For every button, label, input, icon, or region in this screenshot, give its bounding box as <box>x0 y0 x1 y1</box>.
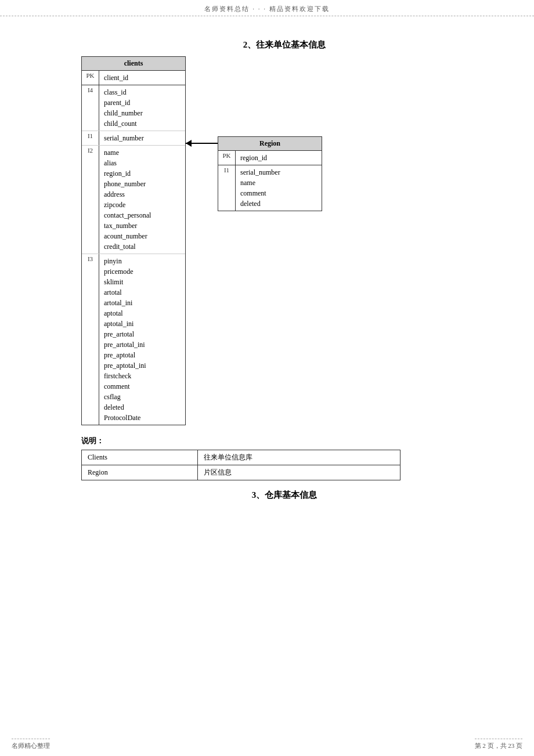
diagram-area: clients PK client_id I4 class_id parent_… <box>46 56 488 425</box>
explanation-clients-desc: 往来单位信息库 <box>198 450 400 465</box>
region-i1-fields: serial_number name comment deleted <box>236 165 285 211</box>
page-content: 2、往来单位基本信息 clients PK client_id I4 class… <box>0 16 534 524</box>
arrow-region-container: Region PK region_id I1 serial_number nam… <box>186 136 322 211</box>
field-artotal: artotal <box>104 287 146 298</box>
clients-i4-key: I4 <box>82 85 99 131</box>
section2-title: 2、往来单位基本信息 <box>81 39 488 50</box>
field-class_id: class_id <box>104 87 143 97</box>
clients-pk-fields: client_id <box>99 71 133 85</box>
field-deleted: deleted <box>104 402 146 413</box>
explanation-row-region: Region 片区信息 <box>82 465 400 480</box>
field-parent_id: parent_id <box>104 97 143 108</box>
field-region_id: region_id <box>104 168 151 179</box>
region-table-header: Region <box>218 137 322 151</box>
field-pre_aptotal_ini: pre_aptotal_ini <box>104 360 146 371</box>
clients-i1-row: I1 serial_number <box>82 131 185 146</box>
region-pk-fields: region_id <box>236 151 272 165</box>
clients-i4-fields: class_id parent_id child_number child_co… <box>99 85 147 131</box>
field-serial_number: serial_number <box>104 133 144 143</box>
clients-i2-row: I2 name alias region_id phone_number add… <box>82 146 185 254</box>
page-header: 名师资料总结 · · · 精品资料欢迎下载 <box>0 0 534 16</box>
region-pk-field: region_id <box>240 153 267 163</box>
field-artotal_ini: artotal_ini <box>104 298 146 308</box>
field-csflag: csflag <box>104 392 146 402</box>
footer-left: 名师精心整理 <box>12 739 50 750</box>
clients-i3-key: I3 <box>82 254 99 425</box>
field-phone_number: phone_number <box>104 179 151 189</box>
explanation-table: Clients 往来单位信息库 Region 片区信息 <box>81 450 400 480</box>
explanation-region-desc: 片区信息 <box>198 465 400 480</box>
clients-i1-key: I1 <box>82 131 99 145</box>
region-i1-row: I1 serial_number name comment deleted <box>218 165 322 211</box>
page-footer: 名师精心整理 第 2 页，共 23 页 <box>0 739 534 750</box>
field-pre_artotal_ini: pre_artotal_ini <box>104 339 146 350</box>
section3-title: 3、仓库基本信息 <box>81 490 488 501</box>
field-firstcheck: firstcheck <box>104 371 146 381</box>
field-zipcode: zipcode <box>104 200 151 210</box>
explanation-row-clients: Clients 往来单位信息库 <box>82 450 400 465</box>
clients-table: clients PK client_id I4 class_id parent_… <box>81 56 186 425</box>
clients-table-header: clients <box>82 57 185 71</box>
explanation-region-name: Region <box>82 465 198 480</box>
field-credit_total: credit_total <box>104 241 151 252</box>
region-i1-key: I1 <box>218 165 236 211</box>
field-pricemode: pricemode <box>104 266 146 277</box>
field-aptotal_ini: aptotal_ini <box>104 319 146 329</box>
field-pinyin: pinyin <box>104 256 146 266</box>
region-pk-row: PK region_id <box>218 151 322 165</box>
clients-pk-field: client_id <box>104 73 128 83</box>
clients-i4-row: I4 class_id parent_id child_number child… <box>82 85 185 131</box>
field-tax_number: tax_number <box>104 220 151 231</box>
field-sklimit: sklimit <box>104 277 146 287</box>
field-contact_personal: contact_personal <box>104 210 151 220</box>
region-field-name: name <box>240 178 280 188</box>
field-ProtocolDate: ProtocolDate <box>104 413 146 423</box>
clients-pk-row: PK client_id <box>82 71 185 85</box>
clients-pk-key: PK <box>82 71 99 85</box>
clients-i1-fields: serial_number <box>99 131 149 145</box>
region-field-serial_number: serial_number <box>240 167 280 178</box>
field-aptotal: aptotal <box>104 308 146 319</box>
clients-i2-fields: name alias region_id phone_number addres… <box>99 146 156 254</box>
arrowhead-left <box>186 140 192 147</box>
field-child_number: child_number <box>104 108 143 118</box>
explanation-title: 说明： <box>81 436 488 446</box>
region-field-comment: comment <box>240 188 280 198</box>
header-text: 名师资料总结 · · · 精品资料欢迎下载 <box>204 5 329 12</box>
field-name: name <box>104 147 151 158</box>
field-alias: alias <box>104 158 151 168</box>
arrow-line <box>186 143 218 144</box>
field-pre_artotal: pre_artotal <box>104 329 146 339</box>
clients-i2-key: I2 <box>82 146 99 254</box>
field-pre_aptotal: pre_aptotal <box>104 350 146 360</box>
field-address: address <box>104 189 151 200</box>
region-pk-key: PK <box>218 151 236 165</box>
arrow-container <box>186 136 218 150</box>
region-table: Region PK region_id I1 serial_number nam… <box>218 136 322 211</box>
explanation-section: 说明： Clients 往来单位信息库 Region 片区信息 <box>81 436 488 480</box>
field-child_count: child_count <box>104 118 143 129</box>
field-comment: comment <box>104 381 146 392</box>
footer-right: 第 2 页，共 23 页 <box>475 739 523 750</box>
explanation-clients-name: Clients <box>82 450 198 465</box>
field-acount_number: acount_number <box>104 231 151 241</box>
clients-i3-row: I3 pinyin pricemode sklimit artotal arto… <box>82 254 185 425</box>
clients-i3-fields: pinyin pricemode sklimit artotal artotal… <box>99 254 151 425</box>
region-field-deleted: deleted <box>240 198 280 209</box>
